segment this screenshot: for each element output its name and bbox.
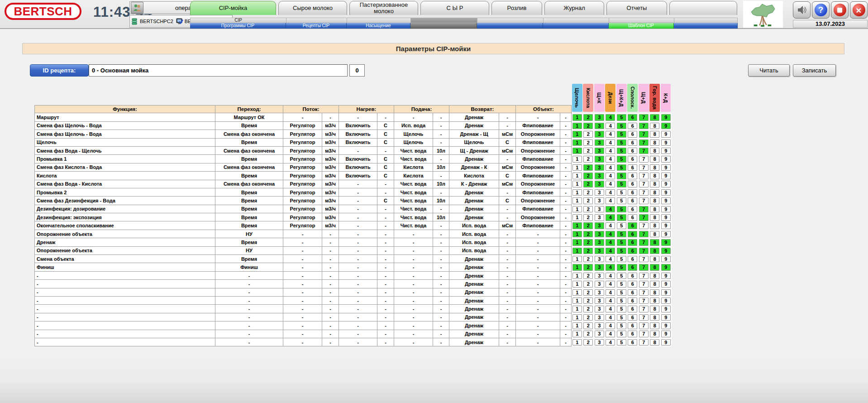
param-cell[interactable]: - [339, 197, 377, 205]
param-cell[interactable]: Щелочь [394, 130, 433, 138]
program-cell[interactable]: 4 [605, 288, 616, 297]
program-cell[interactable]: 2 [583, 197, 594, 205]
program-cell[interactable]: 4 [605, 330, 616, 338]
program-cell[interactable]: 9 [660, 255, 672, 263]
param-cell[interactable]: - [394, 330, 433, 338]
param-cell[interactable]: Регулятор [283, 139, 322, 147]
program-cell[interactable]: 9 [660, 197, 672, 205]
param-cell[interactable]: - [394, 321, 433, 330]
program-cell[interactable]: 2 [583, 221, 594, 230]
param-cell[interactable]: - [215, 338, 283, 346]
program-cell[interactable]: 4 [605, 113, 616, 121]
program-cell[interactable]: 3 [594, 263, 605, 271]
program-cell[interactable]: 6 [627, 338, 639, 346]
param-cell[interactable]: 10л [433, 163, 449, 172]
program-cell[interactable]: 1 [572, 188, 583, 197]
program-cell[interactable]: 3 [594, 288, 605, 297]
param-cell[interactable]: Дренаж [449, 255, 499, 263]
param-cell[interactable]: - [339, 280, 377, 288]
program-cell[interactable]: 6 [627, 113, 639, 121]
program-cell[interactable]: 6 [627, 313, 639, 321]
tab-Сырое молоко[interactable]: Сырое молоко [278, 1, 347, 15]
program-cell[interactable]: 9 [660, 321, 672, 330]
program-cell[interactable]: 7 [638, 113, 649, 121]
param-cell[interactable]: - [433, 139, 449, 147]
param-cell[interactable]: Флипование [516, 221, 560, 230]
recipe-id-button[interactable]: ID рецепта: [30, 64, 89, 77]
param-cell[interactable]: Флипование [516, 205, 560, 213]
param-cell[interactable]: - [322, 272, 339, 280]
program-cell[interactable]: 9 [660, 122, 672, 130]
program-cell[interactable]: 8 [649, 155, 661, 163]
tab-Пастеризованное молоко[interactable]: Пастеризованное молоко [349, 1, 418, 15]
param-cell[interactable]: 10л [433, 180, 449, 188]
program-cell[interactable]: 5 [616, 330, 627, 338]
program-cell[interactable]: 5 [616, 272, 627, 280]
param-cell[interactable]: - [433, 122, 449, 130]
program-cell[interactable]: 6 [627, 155, 639, 163]
program-cell[interactable]: 5 [616, 172, 627, 180]
param-cell[interactable]: - [560, 247, 572, 255]
param-cell[interactable]: - [215, 280, 283, 288]
param-cell[interactable]: - [516, 113, 560, 121]
program-cell[interactable]: 6 [627, 139, 639, 147]
param-cell[interactable]: - [322, 280, 339, 288]
param-cell[interactable]: - [377, 338, 394, 346]
program-cell[interactable]: 2 [583, 255, 594, 263]
program-cell[interactable]: 1 [572, 230, 583, 238]
param-cell[interactable]: Включить [339, 155, 377, 163]
param-cell[interactable]: Время [215, 155, 283, 163]
program-cell[interactable]: 1 [572, 272, 583, 280]
param-cell[interactable]: - [433, 230, 449, 238]
param-cell[interactable]: Чист. вода [394, 213, 433, 221]
program-cell[interactable]: 4 [605, 205, 616, 213]
program-cell[interactable]: 6 [627, 213, 639, 221]
param-cell[interactable]: - [499, 305, 516, 313]
program-cell[interactable]: 8 [649, 163, 661, 172]
program-cell[interactable]: 5 [616, 238, 627, 246]
param-cell[interactable]: - [499, 255, 516, 263]
param-cell[interactable]: - [283, 321, 322, 330]
program-cell[interactable]: 4 [605, 305, 616, 313]
program-cell[interactable]: 5 [616, 247, 627, 255]
param-cell[interactable]: - [516, 272, 560, 280]
program-cell[interactable]: 3 [594, 255, 605, 263]
program-cell[interactable]: 4 [605, 130, 616, 138]
program-cell[interactable]: 5 [616, 113, 627, 121]
param-cell[interactable]: Дренаж [449, 321, 499, 330]
param-cell[interactable]: 10л [433, 147, 449, 155]
param-cell[interactable]: - [560, 338, 572, 346]
param-cell[interactable]: - [560, 230, 572, 238]
program-cell[interactable]: 6 [627, 288, 639, 297]
program-cell[interactable]: 1 [572, 321, 583, 330]
program-cell[interactable]: 5 [616, 221, 627, 230]
param-cell[interactable]: - [377, 180, 394, 188]
program-cell[interactable]: 6 [627, 180, 639, 188]
param-cell[interactable]: Дренаж [449, 155, 499, 163]
program-cell[interactable]: 2 [583, 113, 594, 121]
program-cell[interactable]: 1 [572, 180, 583, 188]
param-cell[interactable]: - [339, 238, 377, 246]
program-cell[interactable]: 9 [660, 272, 672, 280]
program-cell[interactable]: 9 [660, 213, 672, 221]
param-cell[interactable]: - [339, 221, 377, 230]
program-cell[interactable]: 9 [660, 163, 672, 172]
param-cell[interactable]: - [283, 113, 322, 121]
param-cell[interactable]: Время [215, 213, 283, 221]
tab-Отчеты[interactable]: Отчеты [606, 1, 667, 15]
param-cell[interactable]: - [499, 313, 516, 321]
param-cell[interactable]: - [560, 147, 572, 155]
program-cell[interactable]: 8 [649, 263, 661, 271]
program-cell[interactable]: 5 [616, 213, 627, 221]
param-cell[interactable]: НУ [215, 247, 283, 255]
param-cell[interactable]: - [339, 188, 377, 197]
param-cell[interactable]: - [339, 213, 377, 221]
param-cell[interactable]: - [560, 139, 572, 147]
program-cell[interactable]: 2 [583, 247, 594, 255]
param-cell[interactable]: Время [215, 122, 283, 130]
param-cell[interactable]: м3/ч [322, 221, 339, 230]
param-cell[interactable]: - [377, 313, 394, 321]
program-cell[interactable]: 9 [660, 139, 672, 147]
param-cell[interactable]: м3/ч [322, 155, 339, 163]
param-cell[interactable]: Время [215, 255, 283, 263]
